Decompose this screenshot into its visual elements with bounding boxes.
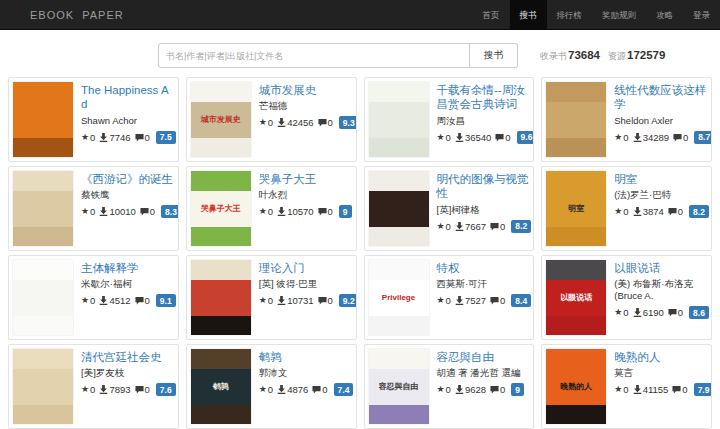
comment-icon <box>140 207 149 216</box>
book-cover-thumbnail[interactable] <box>13 171 73 246</box>
book-title-link[interactable]: 明代的图像与视觉性 <box>437 172 530 201</box>
book-title-link[interactable]: 清代宫廷社会史 <box>81 350 174 364</box>
book-author: 叶永烈 <box>259 189 352 201</box>
book-card: 哭鼻子大王 哭鼻子大王 叶永烈 ★ 0 10570 <box>186 166 357 251</box>
score-badge: 7.6 <box>156 383 176 396</box>
book-title-link[interactable]: 特权 <box>437 261 530 275</box>
book-card: 晚熟的人 晚熟的人 莫言 ★ 0 41155 <box>541 344 712 429</box>
book-cover-thumbnail[interactable]: 哭鼻子大王 <box>191 171 251 246</box>
cover-title-text: 城市发展史 <box>191 82 251 157</box>
download-count: 34289 <box>643 132 669 143</box>
star-count: 0 <box>446 221 451 232</box>
download-count: 7667 <box>465 221 486 232</box>
book-author: (法)罗兰·巴特 <box>614 189 707 201</box>
book-cover-thumbnail[interactable]: Privilege <box>369 260 429 335</box>
book-title-link[interactable]: 千载有余情--周汝昌赏会古典诗词 <box>437 83 530 112</box>
nav-item-home[interactable]: 首页 <box>473 0 510 30</box>
book-card: 容忍與自由 容忍與自由 胡適 著 潘光哲 選編 ★ 0 9628 <box>364 344 535 429</box>
download-count: 3874 <box>643 206 664 217</box>
book-title-link[interactable]: 城市发展史 <box>259 83 352 97</box>
nav-item-reward-rules[interactable]: 奖励规则 <box>592 0 646 30</box>
book-card: 理论入门 [英] 彼得·巴里 ★ 0 10731 0 9 <box>186 255 357 340</box>
book-title-link[interactable]: 主体解释学 <box>81 261 174 275</box>
book-cover-thumbnail[interactable]: 以眼说话 <box>546 260 606 335</box>
book-cover-thumbnail[interactable] <box>369 82 429 157</box>
cover-title-text <box>369 82 429 157</box>
book-cover-thumbnail[interactable]: 容忍與自由 <box>369 349 429 424</box>
book-title-link[interactable]: 哭鼻子大王 <box>259 172 352 186</box>
book-author: 郭沛文 <box>259 367 352 379</box>
score-badge: 7.4 <box>334 383 354 396</box>
book-cover-thumbnail[interactable]: 鹌鹑 <box>191 349 251 424</box>
comment-count: 0 <box>678 307 683 318</box>
brand-logo[interactable]: EBOOK PAPER <box>30 9 124 21</box>
book-title-link[interactable]: 鹌鹑 <box>259 350 352 364</box>
search-input[interactable] <box>158 43 470 68</box>
book-cover-thumbnail[interactable] <box>369 171 429 246</box>
book-cover-thumbnail[interactable] <box>13 260 73 335</box>
comment-count: 0 <box>150 206 155 217</box>
nav-item-search[interactable]: 搜书 <box>510 0 547 30</box>
book-author: 西莫斯·可汗 <box>437 278 530 290</box>
star-count: 0 <box>268 295 273 306</box>
star-count: 0 <box>623 384 628 395</box>
download-count: 9628 <box>465 384 486 395</box>
comment-icon <box>135 296 144 305</box>
search-button[interactable]: 搜书 <box>470 43 518 68</box>
cover-title-text: 哭鼻子大王 <box>191 171 251 246</box>
download-count: 41155 <box>643 384 669 395</box>
book-title-link[interactable]: 容忍與自由 <box>437 350 530 364</box>
book-title-link[interactable]: 明室 <box>614 172 707 186</box>
book-stats: ★ 0 34289 0 8.7 <box>614 131 707 144</box>
download-count: 10731 <box>287 295 313 306</box>
star-count: 0 <box>623 206 628 217</box>
book-card: 城市发展史 城市发展史 芒福德 ★ 0 42456 <box>186 77 357 162</box>
book-author: [美]罗友枝 <box>81 367 174 379</box>
star-count: 0 <box>446 295 451 306</box>
book-cover-thumbnail[interactable]: 明室 <box>546 171 606 246</box>
book-cover-thumbnail[interactable]: 晚熟的人 <box>546 349 606 424</box>
download-icon <box>455 385 464 394</box>
books-count-label: 收录书 <box>540 50 567 63</box>
score-badge: 7.5 <box>156 131 176 144</box>
book-title-link[interactable]: 《西游记》的诞生 <box>81 172 174 186</box>
book-stats: ★ 0 3874 0 8.2 <box>614 205 707 218</box>
book-stats: ★ 0 42456 0 9.3 <box>259 116 352 129</box>
book-title-link[interactable]: 线性代数应该这样学 <box>614 83 707 112</box>
star-count: 0 <box>623 132 628 143</box>
comment-icon <box>668 207 677 216</box>
book-cover-thumbnail[interactable] <box>546 82 606 157</box>
comment-count: 0 <box>505 132 510 143</box>
download-icon <box>633 385 642 394</box>
score-badge: 9 <box>339 205 352 218</box>
book-card: 《西游记》的诞生 蔡铁鹰 ★ 0 10010 0 8.3 <box>8 166 179 251</box>
book-cover-thumbnail[interactable] <box>13 82 73 157</box>
score-badge: 7.9 <box>694 383 712 396</box>
star-icon: ★ <box>437 385 445 394</box>
book-cover-thumbnail[interactable] <box>13 349 73 424</box>
comment-icon <box>673 133 682 142</box>
score-badge: 8.2 <box>511 220 531 233</box>
nav-item-login[interactable]: 登录 <box>683 0 720 30</box>
cover-title-text <box>546 82 606 157</box>
download-count: 4876 <box>287 384 308 395</box>
book-title-link[interactable]: 以眼说话 <box>614 261 707 275</box>
star-count: 0 <box>90 295 95 306</box>
nav-item-guide[interactable]: 攻略 <box>646 0 683 30</box>
book-cover-thumbnail[interactable] <box>191 260 251 335</box>
score-badge: 8.3 <box>161 205 179 218</box>
book-title-link[interactable]: 理论入门 <box>259 261 352 275</box>
book-cover-thumbnail[interactable]: 城市发展史 <box>191 82 251 157</box>
book-title-link[interactable]: The Happiness Ad <box>81 83 174 112</box>
book-title-link[interactable]: 晚熟的人 <box>614 350 707 364</box>
download-icon <box>633 207 642 216</box>
download-count: 7746 <box>109 132 130 143</box>
star-icon: ★ <box>614 133 622 142</box>
star-icon: ★ <box>81 133 89 142</box>
comment-count: 0 <box>328 295 333 306</box>
cover-title-text: Privilege <box>369 260 429 335</box>
download-count: 42456 <box>287 117 313 128</box>
download-icon <box>455 133 464 142</box>
cover-title-text <box>13 349 73 424</box>
nav-item-ranking[interactable]: 排行榜 <box>547 0 593 30</box>
